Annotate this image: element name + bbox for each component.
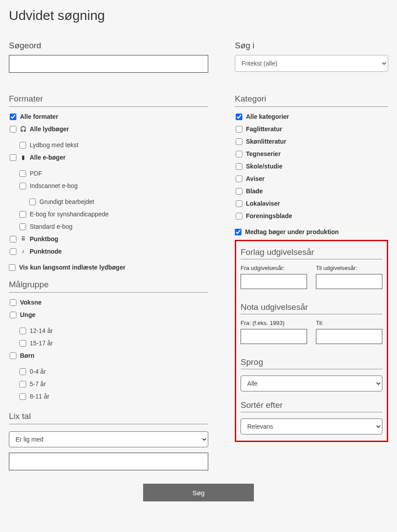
publisher-year-heading: Forlag udgivelsesår <box>241 247 382 259</box>
format-pdf-label: PDF <box>30 170 42 177</box>
format-thorough-checkbox[interactable] <box>29 199 36 205</box>
publisher-year-from-label: Fra udgivelsesår: <box>241 265 307 271</box>
audience-0-4-checkbox[interactable] <box>19 368 26 375</box>
submit-button[interactable]: Søg <box>143 484 254 501</box>
search-in-select[interactable]: Fritekst (alle) <box>235 55 388 72</box>
format-visually-impaired-checkbox[interactable] <box>19 211 26 218</box>
cat-all-checkbox[interactable] <box>236 113 242 120</box>
format-visually-impaired-label: E-bog for synshandicappede <box>30 211 109 218</box>
format-thorough-label: Grundigt bearbejdet <box>39 198 94 205</box>
formats-list: Alle formater 🎧 Alle lydbøger Lydbog med… <box>9 110 208 258</box>
format-standard-ebook-label: Standard e-bog <box>30 223 73 230</box>
format-scanned-label: Indscannet e-bog <box>30 182 78 189</box>
slow-load-label: Vis kun langsomt indlæste lydbøger <box>19 264 125 271</box>
search-label: Søgeord <box>9 41 208 51</box>
audience-5-7-label: 5-7 år <box>30 380 46 387</box>
format-standard-ebook-checkbox[interactable] <box>19 223 26 230</box>
audience-15-17-label: 15-17 år <box>30 340 53 347</box>
language-select[interactable]: Alle <box>241 376 382 391</box>
audience-0-4-label: 0-4 år <box>30 368 46 375</box>
format-all-label: Alle formater <box>20 113 58 120</box>
cat-newspapers-label: Aviser <box>246 175 265 182</box>
format-audiobooks-label: Alle lydbøger <box>30 125 69 133</box>
nota-year-from-input[interactable] <box>241 329 307 344</box>
audience-15-17-checkbox[interactable] <box>19 340 26 347</box>
formats-heading: Formater <box>9 94 208 107</box>
cat-school-checkbox[interactable] <box>236 163 242 170</box>
format-punktbog-checkbox[interactable] <box>10 236 16 243</box>
braille-icon: ⠿ <box>20 236 26 242</box>
format-scanned-checkbox[interactable] <box>19 183 26 189</box>
include-production-label: Medtag bøger under produktion <box>245 228 339 235</box>
sort-select[interactable]: Relevans <box>241 419 382 434</box>
cat-nonfiction-label: Faglitteratur <box>246 125 282 133</box>
include-production-checkbox[interactable] <box>235 229 241 235</box>
audience-heading: Målgruppe <box>9 280 208 293</box>
page-title: Udvidet søgning <box>9 8 388 23</box>
nota-year-from-label: Fra: (f.eks. 1993) <box>241 320 307 326</box>
cat-local-label: Lokalaviser <box>246 200 280 207</box>
cat-local-checkbox[interactable] <box>236 200 242 207</box>
audience-12-14-checkbox[interactable] <box>19 328 26 334</box>
highlighted-filters-box: Forlag udgivelsesår Fra udgivelsesår: Ti… <box>235 240 388 442</box>
cat-nonfiction-checkbox[interactable] <box>236 126 242 133</box>
lix-select[interactable]: Er lig med <box>9 431 208 447</box>
cat-magazines-checkbox[interactable] <box>236 188 242 195</box>
cat-assoc-label: Foreningsblade <box>246 212 292 219</box>
cat-fiction-checkbox[interactable] <box>236 138 242 145</box>
format-ebooks-checkbox[interactable] <box>10 154 16 161</box>
headphones-icon: 🎧 <box>20 126 26 132</box>
format-audiobooks-checkbox[interactable] <box>10 126 16 133</box>
audience-adults-checkbox[interactable] <box>10 299 16 306</box>
nota-year-to-label: Til: <box>316 320 382 326</box>
publisher-year-to-label: Til udgivelsesår: <box>316 265 382 271</box>
publisher-year-to-input[interactable] <box>316 274 382 289</box>
cat-comics-label: Tegneserier <box>246 150 280 157</box>
search-input[interactable] <box>9 55 208 73</box>
nota-year-to-input[interactable] <box>316 329 382 344</box>
slow-load-checkbox[interactable] <box>9 264 16 271</box>
lix-input[interactable] <box>9 453 208 470</box>
format-audiobook-text-checkbox[interactable] <box>19 142 26 149</box>
book-icon: ▮ <box>20 154 26 160</box>
sort-heading: Sortér efter <box>241 400 382 412</box>
cat-comics-checkbox[interactable] <box>236 151 242 157</box>
language-heading: Sprog <box>241 357 382 369</box>
note-icon: ♪ <box>20 248 26 254</box>
category-heading: Kategori <box>235 94 388 107</box>
lix-heading: Lix tal <box>9 411 208 424</box>
audience-adults-label: Voksne <box>20 299 42 306</box>
cat-magazines-label: Blade <box>246 188 263 195</box>
cat-newspapers-checkbox[interactable] <box>236 176 242 182</box>
format-punktbog-label: Punktbog <box>30 235 58 243</box>
audience-8-11-label: 8-11 år <box>30 393 49 400</box>
audience-list: Voksne Unge 12-14 år 15-17 år <box>9 296 208 403</box>
format-punktnode-label: Punktnode <box>30 248 62 255</box>
cat-school-label: Skole/studie <box>246 163 282 170</box>
audience-5-7-checkbox[interactable] <box>19 381 26 387</box>
format-all-checkbox[interactable] <box>10 113 16 120</box>
format-punktnode-checkbox[interactable] <box>10 248 16 255</box>
search-in-label: Søg i <box>235 41 388 51</box>
format-pdf-checkbox[interactable] <box>19 170 26 177</box>
audience-12-14-label: 12-14 år <box>30 327 53 334</box>
audience-children-label: Børn <box>20 352 35 359</box>
audience-youth-checkbox[interactable] <box>10 312 16 318</box>
audience-children-checkbox[interactable] <box>10 352 16 359</box>
cat-all-label: Alle kategorier <box>246 113 289 120</box>
publisher-year-from-input[interactable] <box>241 274 307 289</box>
audience-8-11-checkbox[interactable] <box>19 393 26 400</box>
cat-assoc-checkbox[interactable] <box>236 213 242 219</box>
category-list: Alle kategorier Faglitteratur Skønlitter… <box>235 110 388 222</box>
cat-fiction-label: Skønlitteratur <box>246 138 286 145</box>
format-ebooks-label: Alle e-bøger <box>30 154 66 161</box>
format-audiobook-text-label: Lydbog med tekst <box>30 141 78 149</box>
nota-year-heading: Nota udgivelsesår <box>241 302 382 314</box>
audience-youth-label: Unge <box>20 311 35 318</box>
